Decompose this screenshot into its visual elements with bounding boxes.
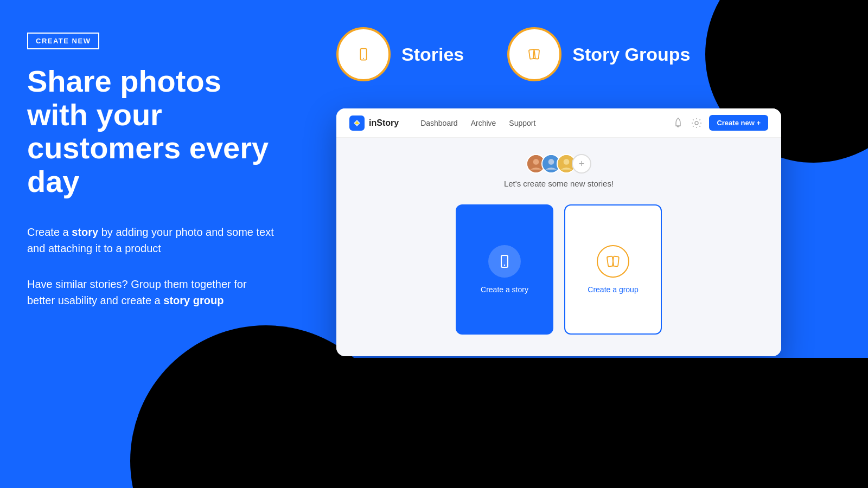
nav-dashboard[interactable]: Dashboard <box>420 119 458 127</box>
create-group-card[interactable]: Create a group <box>564 204 662 335</box>
avatar-group: + <box>526 154 591 174</box>
create-new-button[interactable]: Create new + <box>709 115 768 131</box>
bell-icon <box>672 117 684 129</box>
desc1-prefix: Create a <box>27 226 72 238</box>
right-content: Stories Story Groups <box>336 27 835 356</box>
desc2: Have similar stories? Group them togethe… <box>27 276 277 309</box>
phone-card-icon <box>497 254 512 269</box>
avatar-add[interactable]: + <box>572 154 591 174</box>
story-groups-label: Story Groups <box>572 44 690 65</box>
stories-label: Stories <box>401 44 464 65</box>
nav-links: Dashboard Archive Support <box>420 119 656 127</box>
instory-logo-icon <box>349 115 365 131</box>
svg-point-5 <box>678 118 679 119</box>
hero-title: Share photos with your customers every d… <box>27 65 277 198</box>
app-window: inStory Dashboard Archive Support <box>336 108 781 356</box>
svg-point-12 <box>564 159 570 165</box>
nav-support[interactable]: Support <box>509 119 535 127</box>
svg-rect-2 <box>529 49 535 59</box>
gear-icon <box>691 117 703 129</box>
cards-row: Create a story Create a group <box>358 204 760 335</box>
svg-point-14 <box>504 265 505 266</box>
nav-right: Create new + <box>672 115 768 131</box>
left-panel: CREATE NEW Share photos with your custom… <box>0 0 304 488</box>
app-content: + Let's create some new stories! <box>336 138 781 356</box>
stories-header: + Let's create some new stories! <box>358 154 760 188</box>
svg-rect-3 <box>533 49 539 59</box>
nav-archive[interactable]: Archive <box>471 119 496 127</box>
icons-row: Stories Story Groups <box>336 27 835 81</box>
story-groups-books-icon <box>527 47 542 62</box>
svg-point-8 <box>533 159 539 165</box>
story-groups-icon-circle <box>507 27 561 81</box>
desc2-bold: story group <box>163 294 224 306</box>
create-story-label: Create a story <box>481 285 528 294</box>
desc1-bold: story <box>72 226 98 238</box>
stories-subtitle: Let's create some new stories! <box>504 179 614 188</box>
stories-icon-item: Stories <box>336 27 464 81</box>
stories-icon-circle <box>336 27 391 81</box>
create-story-card[interactable]: Create a story <box>456 204 553 335</box>
create-group-label: Create a group <box>588 285 638 294</box>
app-logo: inStory <box>349 115 399 131</box>
create-new-badge: CREATE NEW <box>27 33 99 49</box>
app-logo-text: inStory <box>369 118 399 128</box>
desc1: Create a story by adding your photo and … <box>27 224 277 256</box>
create-group-icon <box>597 245 629 278</box>
create-story-icon <box>488 245 521 278</box>
story-groups-icon-item: Story Groups <box>507 27 690 81</box>
svg-point-1 <box>363 58 364 59</box>
svg-point-10 <box>548 159 554 165</box>
svg-point-6 <box>695 121 698 125</box>
stories-phone-icon <box>356 47 371 62</box>
books-card-icon <box>605 254 621 269</box>
app-navbar: inStory Dashboard Archive Support <box>336 108 781 138</box>
